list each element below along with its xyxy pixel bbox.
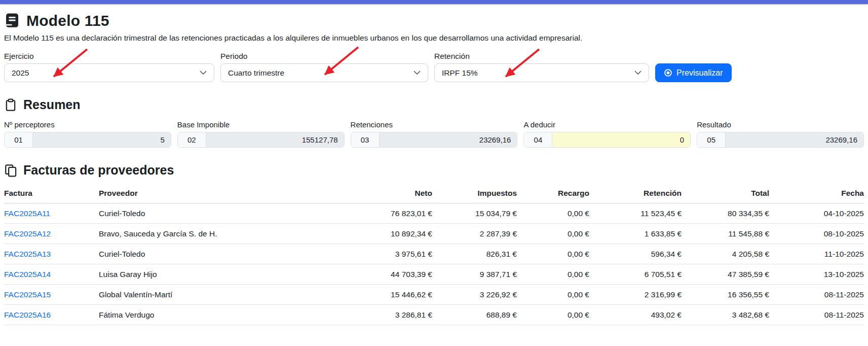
invoice-total: 80 334,35 €: [682, 203, 769, 224]
invoice-recargo: 0,00 €: [517, 244, 589, 264]
chevron-down-icon: [634, 71, 641, 75]
invoice-proveedor: Curiel-Toledo: [99, 203, 284, 224]
col-impuestos: Impuestos: [432, 185, 517, 203]
resumen-heading: Resumen: [23, 97, 81, 112]
invoice-fecha: 08-11-2025: [769, 305, 864, 325]
invoice-recargo: 0,00 €: [517, 285, 589, 305]
summary-field: A deducir 04 0: [523, 120, 691, 148]
summary-row: Nº perceptores 01 5 Base Imponible 02 15…: [4, 120, 864, 148]
book-icon: [4, 13, 20, 29]
summary-field-label: Base Imponible: [177, 120, 345, 129]
invoice-total: 11 545,88 €: [682, 224, 769, 244]
copy-icon: [4, 163, 17, 178]
summary-field: Base Imponible 02 155127,78: [177, 120, 345, 148]
summary-field-value: 5: [33, 132, 171, 147]
summary-field-code: 05: [697, 132, 726, 147]
invoice-impuestos: 688,89 €: [432, 305, 517, 325]
facturas-heading: Facturas de proveedores: [23, 163, 174, 178]
invoice-total: 16 356,55 €: [682, 285, 769, 305]
periodo-select[interactable]: Cuarto trimestre: [220, 63, 428, 82]
summary-field-code: 03: [351, 132, 380, 147]
invoice-impuestos: 3 226,92 €: [432, 285, 517, 305]
invoice-row: FAC2025A15 Global Valentín-Martí 15 446,…: [4, 285, 864, 305]
invoice-total: 47 385,59 €: [682, 264, 769, 285]
invoice-row: FAC2025A16 Fátima Verdugo 3 286,81 € 688…: [4, 305, 864, 325]
invoice-proveedor: Global Valentín-Martí: [99, 285, 284, 305]
invoice-retencion: 1 633,85 €: [589, 224, 682, 244]
previsualizar-label: Previsualizar: [676, 68, 723, 78]
invoice-fecha: 08-11-2025: [769, 285, 864, 305]
summary-field-code: 04: [524, 132, 552, 147]
invoice-retencion: 2 316,99 €: [589, 285, 682, 305]
col-total: Total: [682, 185, 769, 203]
invoice-retencion: 11 523,45 €: [589, 203, 682, 224]
retencion-label: Retención: [434, 52, 649, 61]
col-retencion: Retención: [589, 185, 682, 203]
invoices-table: Factura Proveedor Neto Impuestos Recargo…: [4, 185, 864, 325]
invoice-impuestos: 15 034,79 €: [432, 203, 517, 224]
invoice-fecha: 11-10-2025: [769, 244, 864, 264]
summary-field-label: Retenciones: [351, 120, 518, 129]
summary-field: Nº perceptores 01 5: [4, 120, 171, 148]
summary-field: Resultado 05 23269,16: [697, 120, 864, 148]
invoice-neto: 15 446,62 €: [284, 285, 432, 305]
invoice-fecha: 13-10-2025: [769, 264, 864, 285]
summary-field-value: 23269,16: [726, 132, 863, 147]
invoice-recargo: 0,00 €: [517, 224, 589, 244]
clipboard-icon: [4, 98, 17, 112]
invoice-recargo: 0,00 €: [517, 264, 589, 285]
invoice-neto: 76 823,01 €: [284, 203, 432, 224]
invoice-total: 4 205,58 €: [682, 244, 769, 264]
col-recargo: Recargo: [517, 185, 589, 203]
invoice-row: FAC2025A12 Bravo, Sauceda y García S. de…: [4, 224, 864, 244]
filters-bar: Ejercicio 2025 Periodo Cuarto trimestre …: [4, 52, 864, 82]
chevron-down-icon: [200, 71, 207, 75]
invoice-link[interactable]: FAC2025A12: [4, 229, 51, 238]
invoice-neto: 3 286,81 €: [284, 305, 432, 325]
col-neto: Neto: [284, 185, 432, 203]
invoice-row: FAC2025A11 Curiel-Toledo 76 823,01 € 15 …: [4, 203, 864, 224]
summary-field-label: A deducir: [523, 120, 691, 129]
invoice-recargo: 0,00 €: [517, 305, 589, 325]
invoice-proveedor: Luisa Garay Hijo: [99, 264, 284, 285]
ejercicio-value: 2025: [12, 68, 200, 78]
ejercicio-label: Ejercicio: [4, 52, 214, 61]
periodo-value: Cuarto trimestre: [228, 68, 413, 78]
page-description: El Modelo 115 es una declaración trimest…: [4, 33, 864, 43]
previsualizar-button[interactable]: Previsualizar: [655, 63, 732, 82]
invoice-fecha: 08-10-2025: [769, 224, 864, 244]
invoice-row: FAC2025A14 Luisa Garay Hijo 44 703,39 € …: [4, 264, 864, 285]
invoice-neto: 10 892,34 €: [284, 224, 432, 244]
summary-field-code: 01: [5, 132, 33, 147]
invoice-retencion: 596,34 €: [589, 244, 682, 264]
invoice-impuestos: 9 387,71 €: [432, 264, 517, 285]
invoice-proveedor: Curiel-Toledo: [99, 244, 284, 264]
invoice-impuestos: 826,31 €: [432, 244, 517, 264]
summary-field-value[interactable]: 0: [552, 132, 690, 147]
col-proveedor: Proveedor: [99, 185, 284, 203]
invoices-header-row: Factura Proveedor Neto Impuestos Recargo…: [4, 185, 864, 203]
invoice-recargo: 0,00 €: [517, 203, 589, 224]
summary-field: Retenciones 03 23269,16: [351, 120, 518, 148]
summary-field-label: Resultado: [697, 120, 864, 129]
invoice-link[interactable]: FAC2025A11: [4, 209, 50, 218]
invoice-neto: 3 975,61 €: [284, 244, 432, 264]
periodo-label: Periodo: [220, 52, 428, 61]
ejercicio-select[interactable]: 2025: [4, 63, 214, 82]
summary-field-code: 02: [178, 132, 206, 147]
col-fecha: Fecha: [769, 185, 864, 203]
invoice-row: FAC2025A13 Curiel-Toledo 3 975,61 € 826,…: [4, 244, 864, 264]
invoice-total: 3 482,68 €: [682, 305, 769, 325]
invoice-link[interactable]: FAC2025A14: [4, 270, 51, 279]
chevron-down-icon: [413, 71, 421, 75]
retencion-select[interactable]: IRPF 15%: [434, 63, 649, 82]
page-title: Modelo 115: [26, 12, 109, 29]
invoice-fecha: 04-10-2025: [769, 203, 864, 224]
invoice-link[interactable]: FAC2025A13: [4, 250, 51, 258]
invoice-proveedor: Bravo, Sauceda y García S. de H.: [99, 224, 284, 244]
invoice-retencion: 493,02 €: [589, 305, 682, 325]
invoice-link[interactable]: FAC2025A16: [4, 310, 51, 319]
invoice-link[interactable]: FAC2025A15: [4, 290, 51, 299]
invoice-retencion: 6 705,51 €: [589, 264, 682, 285]
top-accent-bar: [0, 0, 868, 4]
